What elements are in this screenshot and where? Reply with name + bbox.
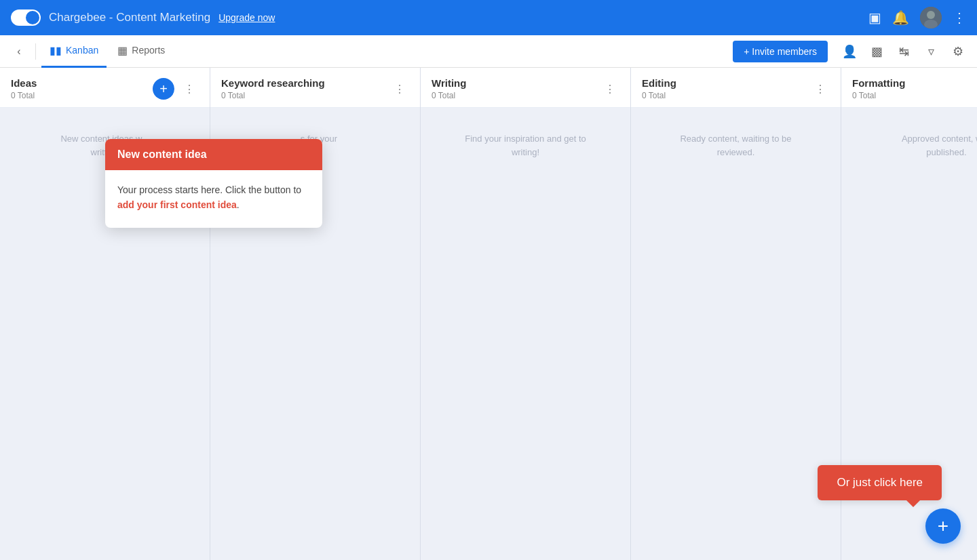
column-formatting-header: Formatting 0 Total ⋮	[841, 68, 977, 108]
column-formatting-total: 0 Total	[852, 91, 905, 100]
tooltip-body: Your process starts here. Click the butt…	[105, 170, 322, 228]
bell-icon[interactable]: 🔔	[892, 9, 909, 26]
column-formatting-empty-text: Approved content, waitpublished.	[902, 132, 977, 159]
fab-add-button[interactable]: +	[925, 508, 961, 544]
column-writing-body: Find your inspiration and get towriting!	[421, 108, 630, 560]
gear-icon[interactable]: ⚙	[947, 41, 969, 62]
column-editing-total: 0 Total	[642, 91, 676, 100]
column-editing-header: Editing 0 Total ⋮	[631, 68, 841, 108]
column-ideas-total: 0 Total	[11, 91, 37, 100]
more-icon[interactable]: ⋮	[953, 9, 966, 26]
upgrade-link[interactable]: Upgrade now	[218, 12, 275, 23]
column-writing-header: Writing 0 Total ⋮	[421, 68, 630, 108]
second-bar: ‹ ▮▮ Kanban ▦ Reports + Invite members 👤…	[0, 35, 977, 68]
column-writing-title: Writing	[432, 77, 466, 89]
nav-divider	[35, 43, 36, 60]
column-ideas-header: Ideas 0 Total + ⋮	[0, 68, 210, 108]
second-bar-icons: 👤 ▩ ↹ ▿ ⚙	[839, 41, 969, 62]
column-ideas-title: Ideas	[11, 77, 37, 89]
column-editing-title: Editing	[642, 77, 676, 89]
chart-icon[interactable]: ▩	[866, 41, 887, 62]
column-keyword-menu[interactable]: ⋮	[390, 79, 409, 98]
top-bar: Chargebee - Content Marketing Upgrade no…	[0, 0, 977, 35]
column-keyword-header: Keyword researching 0 Total ⋮	[210, 68, 420, 108]
invite-members-button[interactable]: + Invite members	[733, 41, 828, 62]
column-writing: Writing 0 Total ⋮ Find your inspiration …	[421, 68, 631, 560]
back-button[interactable]: ‹	[8, 41, 30, 62]
svg-point-1	[927, 11, 935, 19]
column-editing-menu[interactable]: ⋮	[811, 79, 830, 98]
column-editing-body: Ready content, waiting to bereviewed.	[631, 108, 841, 560]
brand-name: Chargebee - Content Marketing	[49, 11, 210, 24]
kanban-label: Kanban	[66, 45, 98, 56]
kanban-board: Ideas 0 Total + ⋮ New content ideas w...…	[0, 68, 977, 560]
tab-reports[interactable]: ▦ Reports	[109, 35, 173, 68]
column-writing-menu[interactable]: ⋮	[600, 79, 619, 98]
tooltip-body-prefix: Your process starts here. Click the butt…	[117, 184, 301, 195]
column-ideas-menu[interactable]: ⋮	[180, 79, 199, 98]
export-icon[interactable]: ↹	[893, 41, 915, 62]
column-editing: Editing 0 Total ⋮ Ready content, waiting…	[631, 68, 841, 560]
column-writing-total: 0 Total	[432, 91, 466, 100]
avatar[interactable]	[920, 7, 942, 28]
column-editing-empty-text: Ready content, waiting to bereviewed.	[680, 132, 791, 159]
bottom-callout[interactable]: Or just click here	[818, 465, 942, 500]
tooltip-body-suffix: .	[237, 199, 240, 210]
column-writing-empty-text: Find your inspiration and get towriting!	[465, 132, 586, 159]
reports-icon: ▦	[117, 44, 128, 57]
tooltip-header: New content idea	[105, 139, 322, 170]
kanban-icon: ▮▮	[50, 44, 62, 57]
toggle-circle	[26, 11, 39, 24]
person-icon[interactable]: 👤	[839, 41, 860, 62]
tooltip-popover: New content idea Your process starts her…	[105, 139, 322, 228]
tab-kanban[interactable]: ▮▮ Kanban	[41, 35, 107, 68]
toggle-switch[interactable]	[11, 9, 41, 26]
tooltip-body-link[interactable]: add your first content idea	[117, 199, 237, 210]
reports-label: Reports	[132, 45, 165, 56]
filter-icon[interactable]: ▿	[920, 41, 942, 62]
column-ideas-add-button[interactable]: +	[153, 78, 174, 100]
chat-icon[interactable]: ▣	[868, 9, 881, 26]
column-keyword-title: Keyword researching	[221, 77, 325, 89]
column-formatting-title: Formatting	[852, 77, 905, 89]
top-bar-icons: ▣ 🔔 ⋮	[868, 7, 966, 28]
column-keyword-total: 0 Total	[221, 91, 325, 100]
